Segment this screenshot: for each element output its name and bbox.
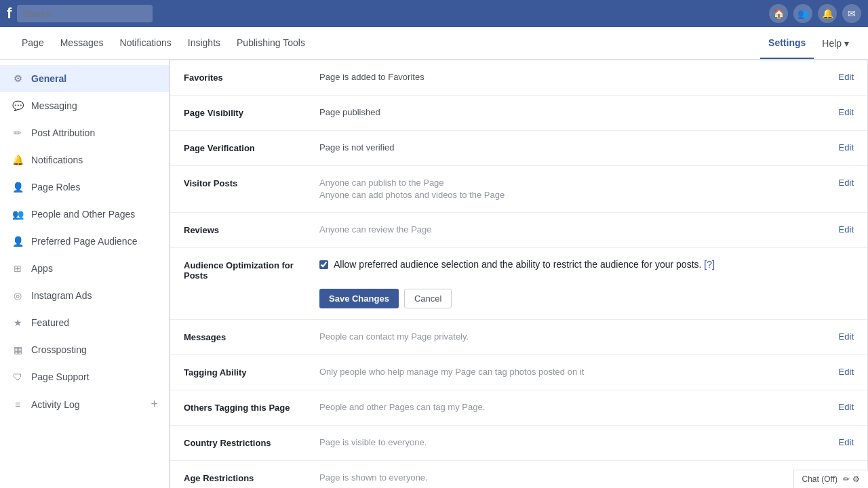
country-restrictions-action: Edit (839, 436, 854, 447)
messages-label: Messages (184, 331, 319, 342)
home-icon[interactable]: 🏠 (769, 4, 788, 23)
nav-publishing-tools[interactable]: Publishing Tools (229, 28, 313, 59)
sidebar-label-general: General (31, 73, 66, 84)
favorites-action: Edit (839, 71, 854, 82)
reviews-edit-link[interactable]: Edit (839, 224, 854, 235)
audience-optimization-checkbox[interactable] (319, 260, 328, 269)
instagram-icon: ◎ (11, 289, 24, 302)
settings-row-country-restrictions: Country Restrictions Page is visible to … (170, 426, 867, 461)
favorites-value: Page is added to Favorites (319, 71, 828, 83)
chat-settings-icon: ⚙ (852, 474, 860, 484)
settings-row-reviews: Reviews Anyone can review the Page Edit (170, 213, 867, 248)
sidebar-item-apps[interactable]: ⊞ Apps (0, 255, 169, 282)
sidebar-label-preferred-audience: Preferred Page Audience (31, 236, 137, 247)
save-changes-button[interactable]: Save Changes (319, 289, 399, 308)
audience-optimization-label: Audience Optimization for Posts (184, 259, 319, 281)
preferred-audience-icon: 👤 (11, 235, 24, 248)
page-verification-label: Page Verification (184, 142, 319, 153)
main-layout: ⚙ General 💬 Messaging ✏ Post Attribution… (0, 60, 868, 488)
cancel-button[interactable]: Cancel (404, 289, 452, 308)
settings-row-tagging-ability: Tagging Ability Only people who help man… (170, 355, 867, 390)
sidebar: ⚙ General 💬 Messaging ✏ Post Attribution… (0, 60, 170, 488)
sidebar-item-people-other-pages[interactable]: 👥 People and Other Pages (0, 201, 169, 228)
others-tagging-edit-link[interactable]: Edit (839, 402, 854, 412)
sidebar-item-page-roles[interactable]: 👤 Page Roles (0, 174, 169, 201)
sidebar-item-messaging[interactable]: 💬 Messaging (0, 92, 169, 119)
post-attribution-icon: ✏ (11, 126, 24, 140)
others-tagging-action: Edit (839, 401, 854, 412)
crossposting-icon: ▦ (11, 343, 24, 357)
search-input[interactable] (17, 5, 153, 22)
age-restrictions-label: Age Restrictions (184, 472, 319, 483)
settings-row-audience-optimization: Audience Optimization for Posts Allow pr… (170, 248, 867, 320)
page-visibility-label: Page Visibility (184, 106, 319, 118)
tagging-ability-label: Tagging Ability (184, 366, 319, 378)
reviews-action: Edit (839, 224, 854, 235)
country-restrictions-value: Page is visible to everyone. (319, 436, 828, 449)
sidebar-label-notifications: Notifications (31, 155, 83, 165)
others-tagging-label: Others Tagging this Page (184, 401, 319, 413)
page-navigation: Page Messages Notifications Insights Pub… (0, 27, 868, 60)
nav-messages[interactable]: Messages (52, 28, 112, 59)
settings-row-page-visibility: Page Visibility Page published Edit (170, 96, 867, 131)
tagging-ability-value: Only people who help manage my Page can … (319, 366, 828, 378)
sidebar-label-instagram-ads: Instagram Ads (31, 290, 92, 301)
sidebar-item-page-support[interactable]: 🛡 Page Support (0, 363, 169, 390)
chat-widget[interactable]: Chat (Off) ✏ ⚙ (793, 470, 868, 488)
audience-optimization-learn-more[interactable]: [?] (704, 259, 715, 270)
sidebar-item-featured[interactable]: ★ Featured (0, 309, 169, 336)
page-verification-edit-link[interactable]: Edit (839, 142, 854, 152)
settings-content: Favorites Page is added to Favorites Edi… (170, 60, 868, 488)
page-roles-icon: 👤 (11, 180, 24, 194)
people-icon: 👥 (11, 207, 24, 221)
sidebar-label-people-other-pages: People and Other Pages (31, 209, 135, 220)
sidebar-item-activity-log[interactable]: ≡ Activity Log + (0, 390, 169, 418)
settings-row-visitor-posts: Visitor Posts Anyone can publish to the … (170, 166, 867, 213)
messages-action: Edit (839, 331, 854, 342)
page-visibility-edit-link[interactable]: Edit (839, 107, 854, 117)
notifications-bell-icon: 🔔 (11, 153, 24, 167)
messages-edit-link[interactable]: Edit (839, 331, 854, 342)
others-tagging-value: People and other Pages can tag my Page. (319, 401, 828, 413)
messages-icon[interactable]: ✉ (842, 4, 861, 23)
tagging-ability-edit-link[interactable]: Edit (839, 367, 854, 377)
facebook-logo: f (7, 5, 12, 22)
chat-compose-icon: ✏ (843, 474, 850, 484)
settings-table: Favorites Page is added to Favorites Edi… (170, 60, 868, 488)
messaging-icon: 💬 (11, 99, 24, 113)
sidebar-label-apps: Apps (31, 263, 53, 274)
settings-row-age-restrictions: Age Restrictions Page is shown to everyo… (170, 461, 867, 488)
sidebar-item-notifications[interactable]: 🔔 Notifications (0, 146, 169, 174)
chat-label: Chat (Off) (802, 474, 837, 484)
sidebar-item-preferred-audience[interactable]: 👤 Preferred Page Audience (0, 228, 169, 255)
sidebar-item-instagram-ads[interactable]: ◎ Instagram Ads (0, 282, 169, 309)
favorites-edit-link[interactable]: Edit (839, 72, 854, 82)
activity-log-expand-icon[interactable]: + (151, 397, 158, 411)
chat-icons: ✏ ⚙ (843, 474, 860, 484)
page-support-icon: 🛡 (11, 370, 24, 384)
nav-help[interactable]: Help ▾ (816, 28, 854, 58)
friends-icon[interactable]: 👥 (793, 4, 812, 23)
sidebar-item-post-attribution[interactable]: ✏ Post Attribution (0, 119, 169, 146)
reviews-value: Anyone can review the Page (319, 224, 828, 236)
sidebar-item-crossposting[interactable]: ▦ Crossposting (0, 336, 169, 363)
settings-row-favorites: Favorites Page is added to Favorites Edi… (170, 60, 867, 96)
gear-icon: ⚙ (11, 72, 24, 85)
top-bar: f 🏠 👥 🔔 ✉ (0, 0, 868, 27)
visitor-posts-action: Edit (839, 177, 854, 188)
notifications-icon[interactable]: 🔔 (818, 4, 837, 23)
nav-page[interactable]: Page (14, 28, 52, 59)
sidebar-label-page-roles: Page Roles (31, 182, 80, 192)
country-restrictions-edit-link[interactable]: Edit (839, 437, 854, 447)
age-restrictions-value: Page is shown to everyone. (319, 472, 828, 484)
audience-optimization-checkbox-label: Allow preferred audience selection and t… (334, 259, 715, 270)
page-verification-value: Page is not verified (319, 142, 828, 154)
nav-settings[interactable]: Settings (760, 28, 814, 59)
nav-notifications[interactable]: Notifications (112, 28, 180, 59)
sidebar-item-general[interactable]: ⚙ General (0, 65, 169, 92)
visitor-posts-edit-link[interactable]: Edit (839, 178, 854, 188)
sidebar-label-crossposting: Crossposting (31, 344, 87, 355)
page-visibility-action: Edit (839, 106, 854, 117)
nav-insights[interactable]: Insights (180, 28, 229, 59)
page-visibility-value: Page published (319, 106, 828, 119)
